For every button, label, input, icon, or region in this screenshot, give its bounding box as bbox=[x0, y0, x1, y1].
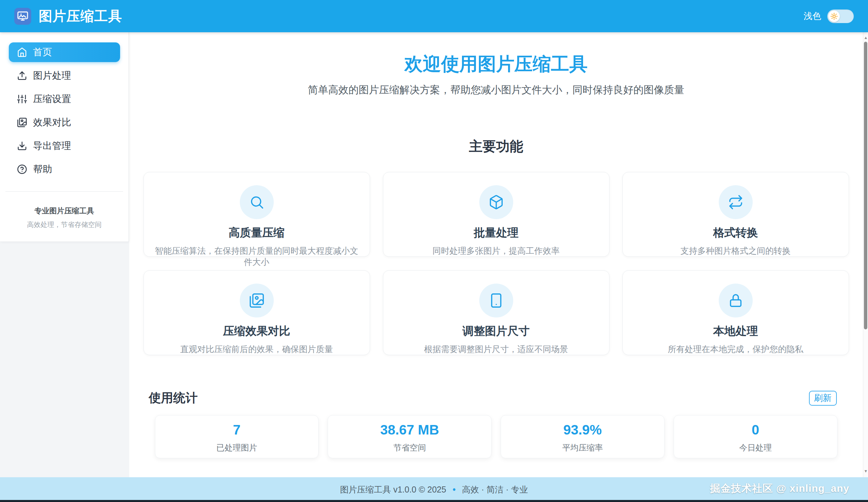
feature-card-format-convert[interactable]: 格式转换 支持多种图片格式之间的转换 bbox=[622, 172, 849, 257]
feature-description: 根据需要调整图片尺寸，适应不同场景 bbox=[383, 344, 609, 355]
sidebar-item-label: 效果对比 bbox=[33, 118, 71, 127]
upload-icon bbox=[17, 71, 27, 81]
stat-label: 平均压缩率 bbox=[501, 442, 664, 453]
scrollbar-track[interactable]: ▲ ▼ bbox=[863, 32, 868, 477]
feature-description: 支持多种图片格式之间的转换 bbox=[623, 245, 849, 256]
sidebar-item-help[interactable]: 帮助 bbox=[9, 160, 120, 179]
feature-icon-circle bbox=[719, 185, 753, 219]
sun-icon bbox=[830, 12, 838, 20]
feature-description: 直观对比压缩前后的效果，确保图片质量 bbox=[144, 344, 370, 355]
app-logo bbox=[14, 8, 31, 25]
scroll-down-button[interactable]: ▼ bbox=[863, 469, 868, 473]
download-icon bbox=[17, 141, 27, 151]
stat-label: 已处理图片 bbox=[155, 442, 319, 453]
sidebar-item-label: 导出管理 bbox=[33, 141, 71, 151]
theme-toggle[interactable] bbox=[827, 10, 854, 23]
repeat-icon bbox=[728, 194, 744, 210]
feature-description: 同时处理多张图片，提高工作效率 bbox=[383, 245, 609, 256]
sidebar-item-compression-settings[interactable]: 压缩设置 bbox=[9, 89, 120, 109]
stat-card-today-processed: 0 今日处理 bbox=[674, 415, 837, 458]
feature-icon-circle bbox=[479, 284, 513, 317]
help-icon bbox=[17, 164, 27, 174]
theme-toggle-knob[interactable] bbox=[828, 11, 840, 22]
sidebar-footer-subtitle: 高效处理，节省存储空间 bbox=[0, 220, 128, 229]
main-content: 欢迎使用图片压缩工具 简单高效的图片压缩解决方案，帮助您减小图片文件大小，同时保… bbox=[129, 32, 863, 477]
bottom-edge-strip bbox=[0, 500, 868, 502]
stat-value: 93.9% bbox=[501, 422, 664, 438]
page-title: 欢迎使用图片压缩工具 bbox=[144, 53, 849, 74]
feature-card-compress-compare[interactable]: 压缩效果对比 直观对比压缩前后的效果，确保图片质量 bbox=[144, 270, 370, 355]
feature-title: 格式转换 bbox=[623, 225, 849, 240]
app-header: 图片压缩工具 浅色 bbox=[0, 0, 868, 32]
feature-card-batch-process[interactable]: 批量处理 同时处理多张图片，提高工作效率 bbox=[383, 172, 610, 257]
footer-slogan-text: 高效 · 简洁 · 专业 bbox=[462, 485, 528, 494]
footer-bullet: • bbox=[453, 485, 456, 494]
stat-value: 7 bbox=[155, 422, 319, 438]
sidebar: 首页 图片处理 压缩设置 效果对比 bbox=[0, 32, 129, 242]
feature-title: 压缩效果对比 bbox=[144, 324, 370, 339]
feature-card-resize-image[interactable]: 调整图片尺寸 根据需要调整图片尺寸，适应不同场景 bbox=[383, 270, 610, 355]
scrollbar-thumb[interactable] bbox=[864, 42, 867, 329]
sidebar-item-label: 图片处理 bbox=[33, 71, 71, 80]
smartphone-icon bbox=[488, 293, 504, 308]
feature-icon-circle bbox=[479, 185, 513, 219]
stat-value: 0 bbox=[674, 422, 837, 438]
stat-value: 38.67 MB bbox=[328, 422, 491, 438]
app-footer: 图片压缩工具 v1.0.0 © 2025 • 高效 · 简洁 · 专业 掘金技术… bbox=[0, 477, 868, 502]
search-icon bbox=[249, 194, 265, 210]
stat-label: 今日处理 bbox=[674, 442, 837, 453]
watermark-text: 掘金技术社区 @ xinling_any bbox=[710, 482, 849, 495]
feature-description: 所有处理在本地完成，保护您的隐私 bbox=[623, 344, 849, 355]
feature-icon-circle bbox=[240, 284, 274, 317]
features-grid: 高质量压缩 智能压缩算法，在保持图片质量的同时最大程度减小文件大小 批量处理 同… bbox=[144, 172, 849, 355]
stat-card-avg-compression: 93.9% 平均压缩率 bbox=[501, 415, 664, 458]
sidebar-footer: 专业图片压缩工具 高效处理，节省存储空间 bbox=[0, 206, 128, 229]
sidebar-footer-title: 专业图片压缩工具 bbox=[0, 206, 128, 216]
features-heading: 主要功能 bbox=[144, 137, 849, 156]
refresh-button[interactable]: 刷新 bbox=[809, 391, 837, 406]
page-subtitle: 简单高效的图片压缩解决方案，帮助您减小图片文件大小，同时保持良好的图像质量 bbox=[144, 83, 849, 97]
photo-monitor-icon bbox=[17, 11, 29, 22]
feature-card-local-process[interactable]: 本地处理 所有处理在本地完成，保护您的隐私 bbox=[622, 270, 849, 355]
sliders-icon bbox=[17, 94, 27, 104]
feature-title: 调整图片尺寸 bbox=[383, 324, 609, 339]
feature-title: 高质量压缩 bbox=[144, 225, 370, 240]
sidebar-item-label: 帮助 bbox=[33, 164, 52, 174]
sidebar-item-export-manage[interactable]: 导出管理 bbox=[9, 136, 120, 156]
sidebar-item-label: 首页 bbox=[33, 48, 52, 57]
stat-card-processed-images: 7 已处理图片 bbox=[155, 415, 319, 458]
feature-icon-circle bbox=[240, 185, 274, 219]
app-title: 图片压缩工具 bbox=[39, 7, 122, 25]
footer-text: 图片压缩工具 v1.0.0 © 2025 • 高效 · 简洁 · 专业 bbox=[340, 484, 528, 495]
feature-title: 批量处理 bbox=[383, 225, 609, 240]
feature-card-high-quality-compress[interactable]: 高质量压缩 智能压缩算法，在保持图片质量的同时最大程度减小文件大小 bbox=[144, 172, 370, 257]
stat-label: 节省空间 bbox=[328, 442, 491, 453]
sidebar-item-home[interactable]: 首页 bbox=[9, 42, 120, 62]
feature-icon-circle bbox=[719, 284, 753, 317]
sidebar-divider bbox=[6, 191, 123, 192]
stats-heading: 使用统计 bbox=[149, 390, 198, 406]
feature-description: 智能压缩算法，在保持图片质量的同时最大程度减小文件大小 bbox=[144, 245, 370, 268]
sidebar-item-effect-compare[interactable]: 效果对比 bbox=[9, 113, 120, 132]
sidebar-item-image-processing[interactable]: 图片处理 bbox=[9, 66, 120, 85]
feature-title: 本地处理 bbox=[623, 324, 849, 339]
stat-card-space-saved: 38.67 MB 节省空间 bbox=[328, 415, 492, 458]
scroll-up-button[interactable]: ▲ bbox=[863, 35, 868, 40]
images-icon bbox=[249, 293, 265, 308]
sidebar-item-label: 压缩设置 bbox=[33, 94, 71, 104]
footer-version-text: 图片压缩工具 v1.0.0 © 2025 bbox=[340, 485, 446, 494]
compare-images-icon bbox=[17, 117, 27, 127]
theme-mode-label: 浅色 bbox=[804, 10, 821, 22]
lock-icon bbox=[728, 293, 744, 308]
home-icon bbox=[17, 47, 27, 57]
stats-grid: 7 已处理图片 38.67 MB 节省空间 93.9% 平均压缩率 0 今日处理 bbox=[155, 415, 837, 458]
box-icon bbox=[488, 194, 504, 210]
